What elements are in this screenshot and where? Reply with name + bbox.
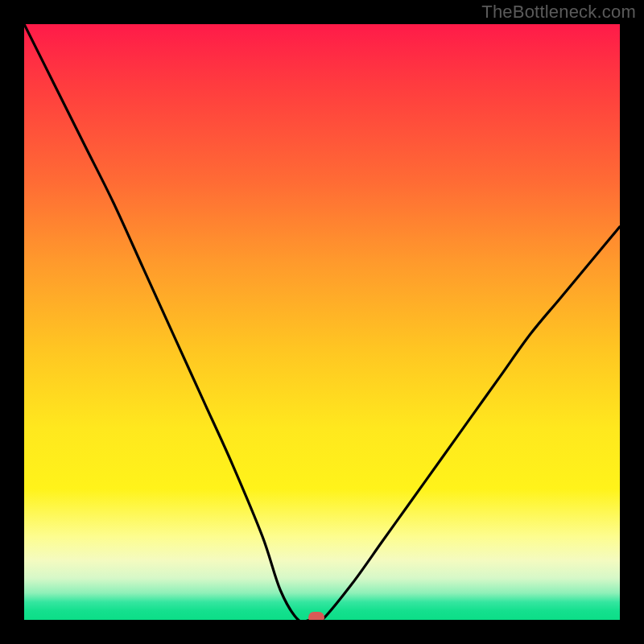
plot-area xyxy=(24,24,620,620)
bottleneck-curve xyxy=(24,24,620,620)
chart-frame: TheBottleneck.com xyxy=(0,0,644,644)
optimal-point-marker xyxy=(308,612,324,620)
attribution-label: TheBottleneck.com xyxy=(481,2,636,23)
